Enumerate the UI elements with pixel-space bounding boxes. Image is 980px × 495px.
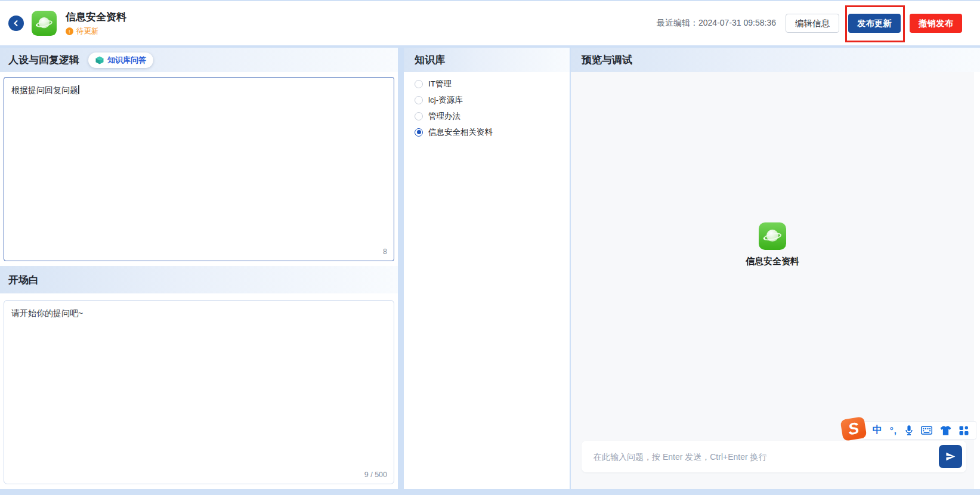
kb-option-management-methods[interactable]: 管理办法 — [415, 108, 570, 124]
cube-icon — [95, 56, 104, 64]
skin-shirt-icon[interactable] — [940, 426, 951, 435]
radio-unselected-icon[interactable] — [415, 96, 423, 104]
send-button[interactable] — [939, 445, 962, 468]
ime-chinese-mode-icon[interactable]: 中 — [873, 424, 882, 437]
ime-punctuation-icon[interactable]: °, — [890, 425, 897, 435]
app-planet-icon — [32, 11, 57, 36]
ime-toolbar: S 中 °, — [842, 420, 976, 440]
opening-message-text: 请开始你的提问吧~ — [11, 308, 83, 318]
bot-planet-icon — [759, 222, 786, 250]
preview-panel-header: 预览与调试 — [571, 48, 980, 72]
persona-panel: 人设与回复逻辑 知识库问答 根据提问回复问题 8 开场白 请开始你的提问吧~ 9… — [0, 48, 398, 489]
knowledge-title: 知识库 — [415, 53, 445, 67]
radio-unselected-icon[interactable] — [415, 112, 423, 120]
keyboard-icon[interactable] — [921, 426, 932, 435]
opening-title: 开场白 — [8, 273, 39, 287]
send-plane-icon — [945, 451, 956, 462]
header: 信息安全资料 ↑ 待更新 最近编辑：2024-07-31 09:58:36 编辑… — [0, 1, 980, 45]
sogou-ime-logo[interactable]: S — [840, 416, 867, 441]
knowledge-base-list: IT管理 lcj-资源库 管理办法 信息安全相关资料 — [404, 72, 570, 140]
knowledge-qa-badge: 知识库问答 — [88, 52, 153, 68]
kb-option-infosec-materials[interactable]: 信息安全相关资料 — [415, 124, 570, 140]
ime-icon-strip: 中 °, — [862, 421, 976, 440]
chevron-left-icon — [13, 20, 20, 27]
page-title: 信息安全资料 — [66, 10, 126, 24]
last-edited-timestamp: 最近编辑：2024-07-31 09:58:36 — [657, 18, 776, 29]
publish-update-button[interactable]: 发布更新 — [848, 14, 901, 33]
radio-unselected-icon[interactable] — [415, 80, 423, 88]
persona-panel-header: 人设与回复逻辑 知识库问答 — [0, 48, 398, 72]
edit-info-button[interactable]: 编辑信息 — [786, 14, 839, 33]
kb-option-it-management[interactable]: IT管理 — [415, 76, 570, 92]
kb-option-lcj-resources[interactable]: lcj-资源库 — [415, 92, 570, 108]
prompt-char-counter: 8 — [383, 246, 387, 257]
badge-label: 知识库问答 — [107, 55, 146, 66]
status-badge: 待更新 — [76, 26, 99, 36]
opening-char-counter: 9 / 500 — [364, 469, 387, 480]
opening-section-header: 开场白 — [0, 266, 398, 293]
ime-toolbox-grid-icon[interactable] — [959, 426, 969, 435]
knowledge-panel: 知识库 IT管理 lcj-资源库 管理办法 信息安全相关资料 — [404, 48, 570, 489]
text-caret — [78, 85, 79, 94]
microphone-icon[interactable] — [905, 425, 913, 436]
preview-title: 预览与调试 — [582, 53, 632, 67]
back-button[interactable] — [8, 16, 24, 31]
chat-input-bar — [582, 441, 966, 472]
bot-name-label: 信息安全资料 — [571, 256, 974, 267]
preview-panel: 预览与调试 信息安全资料 S 中 °, — [571, 48, 980, 489]
opening-message-textarea[interactable]: 请开始你的提问吧~ 9 / 500 — [4, 300, 394, 484]
persona-prompt-text: 根据提问回复问题 — [11, 85, 78, 95]
status-pending-icon: ↑ — [66, 27, 73, 35]
persona-prompt-textarea[interactable]: 根据提问回复问题 8 — [4, 77, 394, 261]
revoke-publish-button[interactable]: 撤销发布 — [910, 14, 962, 33]
knowledge-panel-header: 知识库 — [404, 48, 570, 72]
persona-title: 人设与回复逻辑 — [8, 53, 79, 67]
radio-selected-icon[interactable] — [415, 128, 423, 137]
chat-question-input[interactable] — [582, 452, 939, 462]
